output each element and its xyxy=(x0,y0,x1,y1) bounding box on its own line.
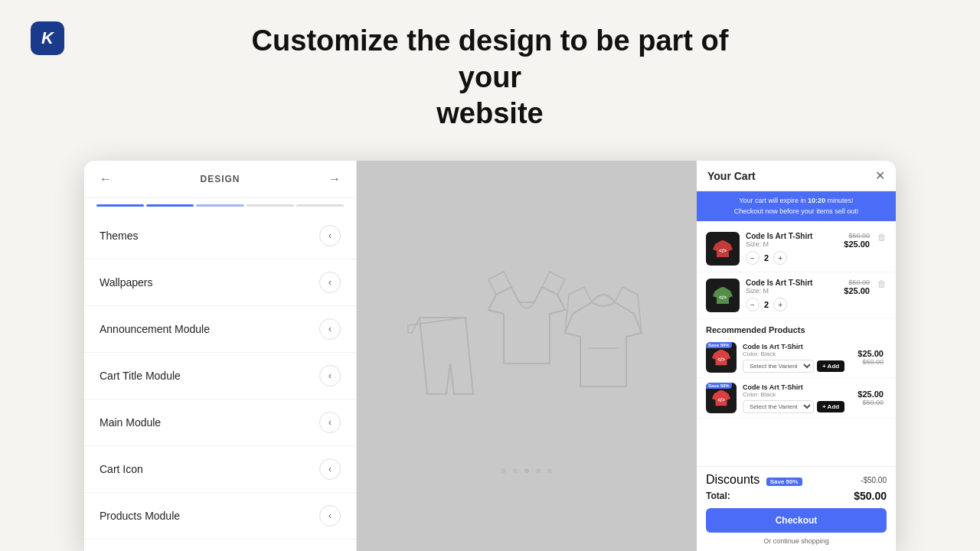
qty-decrease-button[interactable]: − xyxy=(746,298,760,311)
rec-item-info: Code Is Art T-Shirt Color: Black Select … xyxy=(743,343,851,373)
cart-timer-text: Your cart will expire in 10:20 minutes! xyxy=(739,197,853,204)
menu-item-discount-code[interactable]: Discount Code Module ‹ xyxy=(84,540,356,551)
menu-item-cart-icon-arrow: ‹ xyxy=(319,458,341,480)
cart-item: </> Code Is Art T-Shirt Size: M − 2 + $5… xyxy=(697,272,896,319)
menu-item-cart-icon[interactable]: Cart Icon ‹ xyxy=(84,446,356,493)
menu-item-main-module-label: Main Module xyxy=(100,416,161,429)
design-panel-title: DESIGN xyxy=(201,174,240,184)
menu-item-cart-title-label: Cart Title Module xyxy=(100,370,181,382)
shirt-icon: </> xyxy=(710,387,732,409)
rec-item-image: Save 50% </> xyxy=(706,342,737,373)
discount-row: Discounts Save 50% -$50.00 xyxy=(706,473,887,487)
menu-item-announcement-label: Announcement Module xyxy=(100,323,210,335)
cart-item-image: </> xyxy=(706,232,740,266)
qty-decrease-button[interactable]: − xyxy=(746,251,760,265)
menu-item-products-module-arrow: ‹ xyxy=(319,505,341,527)
item-sale-price: $25.00 xyxy=(844,286,870,295)
cart-item-delete-button[interactable]: 🗑 xyxy=(877,279,887,289)
svg-point-4 xyxy=(536,468,541,473)
menu-item-products-module[interactable]: Products Module ‹ xyxy=(84,493,356,540)
menu-item-main-module[interactable]: Main Module ‹ xyxy=(84,399,356,446)
cart-header: Your Cart ✕ xyxy=(697,161,896,191)
item-original-price: $50.00 xyxy=(844,279,870,286)
total-label: Total: xyxy=(706,491,730,501)
progress-seg-2 xyxy=(146,204,194,207)
cart-item-prices: $50.00 $25.00 xyxy=(844,279,870,295)
cart-item-name: Code Is Art T-Shirt xyxy=(746,232,838,240)
rec-add-button[interactable]: + Add xyxy=(817,360,844,372)
back-arrow-button[interactable]: ← xyxy=(96,170,115,188)
menu-item-wallpapers-label: Wallpapers xyxy=(100,276,153,289)
cart-items-list: </> Code Is Art T-Shirt Size: M − 2 + $5… xyxy=(697,221,896,466)
design-panel-header: ← DESIGN → xyxy=(84,161,356,198)
cart-item-info: Code Is Art T-Shirt Size: M − 2 + xyxy=(746,232,838,265)
menu-item-themes-label: Themes xyxy=(100,230,139,242)
rec-variant-select[interactable]: Select the Varient xyxy=(743,400,814,413)
menu-item-cart-title[interactable]: Cart Title Module ‹ xyxy=(84,353,356,399)
svg-point-1 xyxy=(501,468,506,473)
menu-item-products-module-label: Products Module xyxy=(100,510,180,522)
shirt-icon: </> xyxy=(710,347,732,368)
svg-text:</>: </> xyxy=(717,397,725,403)
preview-background xyxy=(357,161,697,551)
progress-seg-1 xyxy=(96,204,144,207)
qty-increase-button[interactable]: + xyxy=(773,298,787,311)
cart-item-name: Code Is Art T-Shirt xyxy=(746,279,838,287)
recommended-item: Save 50% </> Code Is Art T-Shirt Color: … xyxy=(697,378,896,419)
rec-sale-price: $25.00 xyxy=(858,349,884,358)
rec-variant-select[interactable]: Select the Varient xyxy=(743,360,814,373)
progress-seg-5 xyxy=(296,204,344,207)
shirt-icon: </> xyxy=(711,284,734,307)
ui-container: ← DESIGN → Themes ‹ Wallpapers ‹ Announc… xyxy=(84,161,896,551)
rec-item-name: Code Is Art T-Shirt xyxy=(743,343,851,350)
forward-arrow-button[interactable]: → xyxy=(325,170,344,188)
page-header: Customize the design to be part of yourw… xyxy=(0,0,980,148)
svg-text:</>: </> xyxy=(719,248,727,253)
svg-point-2 xyxy=(513,468,518,473)
discount-badge: Save 50% xyxy=(766,478,802,486)
discount-label: Discounts Save 50% xyxy=(706,473,802,487)
progress-seg-3 xyxy=(196,204,243,207)
qty-value: 2 xyxy=(764,300,769,309)
menu-item-wallpapers[interactable]: Wallpapers ‹ xyxy=(84,259,356,306)
menu-item-cart-title-arrow: ‹ xyxy=(319,365,341,386)
preview-panel xyxy=(357,161,697,551)
cart-timer-bar: Your cart will expire in 10:20 minutes! … xyxy=(697,191,896,221)
rec-item-name: Code Is Art T-Shirt xyxy=(743,383,851,391)
svg-point-3 xyxy=(524,468,529,473)
cart-item-info: Code Is Art T-Shirt Size: M − 2 + xyxy=(746,279,838,311)
cart-panel: Your Cart ✕ Your cart will expire in 10:… xyxy=(697,161,896,551)
cart-item-delete-button[interactable]: 🗑 xyxy=(877,232,887,243)
page-title: Customize the design to be part of yourw… xyxy=(222,23,758,132)
rec-variant-row: Select the Varient + Add xyxy=(743,360,851,373)
qty-value: 2 xyxy=(764,253,769,262)
progress-bar xyxy=(84,198,356,213)
rec-item-prices: $25.00 $50.00 xyxy=(858,390,884,406)
menu-item-main-module-arrow: ‹ xyxy=(319,412,341,433)
item-original-price: $50.00 xyxy=(844,232,870,240)
rec-item-color: Color: Black xyxy=(743,350,851,357)
cart-timer-time: 10:20 xyxy=(808,197,825,204)
rec-add-button[interactable]: + Add xyxy=(817,401,844,412)
shirt-icon: </> xyxy=(711,237,734,260)
menu-item-announcement[interactable]: Announcement Module ‹ xyxy=(84,306,356,353)
menu-item-wallpapers-arrow: ‹ xyxy=(319,272,341,293)
menu-item-themes[interactable]: Themes ‹ xyxy=(84,213,356,259)
svg-text:</>: </> xyxy=(717,357,725,362)
qty-increase-button[interactable]: + xyxy=(773,251,787,265)
cart-item-qty: − 2 + xyxy=(746,298,838,311)
cart-close-button[interactable]: ✕ xyxy=(875,168,885,183)
checkout-button[interactable]: Checkout xyxy=(706,508,887,533)
cart-item-size: Size: M xyxy=(746,240,838,248)
svg-point-5 xyxy=(547,468,552,473)
recommended-title: Recommended Products xyxy=(697,319,896,337)
rec-item-image: Save 50% </> xyxy=(706,383,737,413)
recommended-item: Save 50% </> Code Is Art T-Shirt Color: … xyxy=(697,337,896,378)
save-badge: Save 50% xyxy=(706,383,732,389)
rec-original-price: $50.00 xyxy=(858,358,884,366)
rec-item-color: Color: Black xyxy=(743,391,851,398)
total-row: Total: $50.00 xyxy=(706,490,887,502)
menu-item-themes-arrow: ‹ xyxy=(319,225,341,246)
save-badge: Save 50% xyxy=(706,342,732,348)
continue-shopping-link[interactable]: Or continue shopping xyxy=(706,537,887,545)
